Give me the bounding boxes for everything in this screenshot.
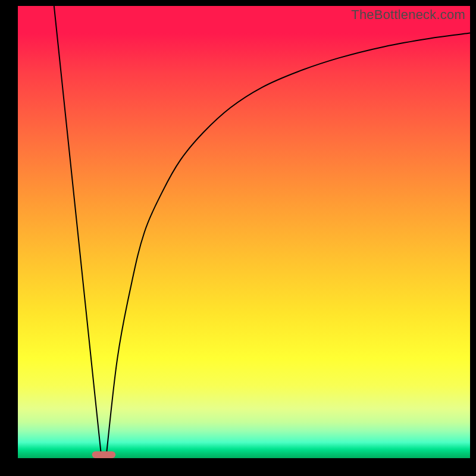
bottom-marker bbox=[92, 452, 116, 458]
chart-svg bbox=[18, 6, 470, 458]
series-group bbox=[54, 6, 470, 458]
chart-frame: TheBottleneck.com bbox=[0, 0, 476, 476]
plot-area: TheBottleneck.com bbox=[18, 6, 470, 458]
series-left-line bbox=[54, 6, 102, 458]
series-right-curve bbox=[106, 33, 470, 458]
marker-group bbox=[92, 452, 116, 458]
